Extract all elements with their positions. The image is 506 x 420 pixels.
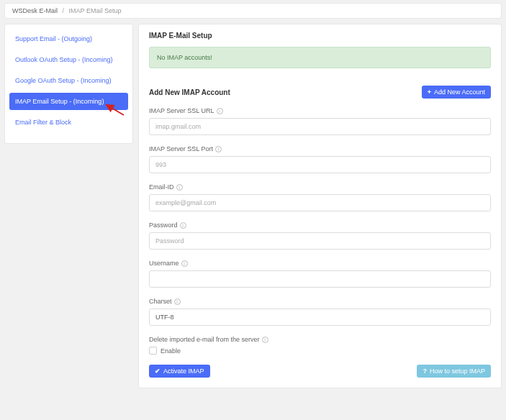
field-ssl-port: IMAP Server SSL Port i xyxy=(149,145,491,173)
input-email[interactable] xyxy=(149,194,491,211)
add-new-account-label: Add New Account xyxy=(434,88,485,96)
input-username[interactable] xyxy=(149,270,491,288)
sidebar-item-imap-setup[interactable]: IMAP Email Setup - (Incoming) xyxy=(9,93,128,110)
page-title: IMAP E-Mail Setup xyxy=(149,32,491,40)
breadcrumb: WSDesk E-Mail / IMAP EMail Setup xyxy=(4,3,502,19)
label-delete-mail: Delete imported e-mail from the server xyxy=(149,336,260,343)
input-password[interactable] xyxy=(149,232,491,250)
sidebar-item-outlook-oauth[interactable]: Outlook OAuth Setup - (Incoming) xyxy=(9,51,128,68)
add-new-account-button[interactable]: + Add New Account xyxy=(422,86,491,99)
field-ssl-url: IMAP Server SSL URL i xyxy=(149,107,491,135)
check-icon: ✔ xyxy=(155,368,161,375)
info-icon[interactable]: i xyxy=(174,298,181,305)
input-ssl-url[interactable] xyxy=(149,118,491,135)
info-icon[interactable]: i xyxy=(181,260,188,267)
label-email: Email-ID xyxy=(149,183,174,191)
field-delete-mail: Delete imported e-mail from the server i… xyxy=(149,336,491,355)
input-ssl-port[interactable] xyxy=(149,156,491,173)
section-subheading: Add New IMAP Account xyxy=(149,88,230,96)
sidebar-item-email-filter[interactable]: Email Filter & Block xyxy=(9,114,128,131)
label-charset: Charset xyxy=(149,298,172,305)
field-username: Username i xyxy=(149,260,491,288)
checkbox-delete-mail[interactable] xyxy=(149,347,157,355)
field-password: Password i xyxy=(149,222,491,250)
info-icon[interactable]: i xyxy=(215,146,222,152)
field-charset: Charset i xyxy=(149,298,491,326)
label-password: Password xyxy=(149,222,178,229)
question-icon: ? xyxy=(423,368,427,375)
label-ssl-port: IMAP Server SSL Port xyxy=(149,145,213,152)
info-icon[interactable]: i xyxy=(262,337,268,343)
breadcrumb-current: IMAP EMail Setup xyxy=(69,7,122,14)
sidebar-item-support-email[interactable]: Support Email - (Outgoing) xyxy=(9,30,128,47)
how-to-setup-label: How to setup IMAP xyxy=(430,368,485,375)
label-ssl-url: IMAP Server SSL URL xyxy=(149,107,214,114)
breadcrumb-separator: / xyxy=(63,7,65,14)
sidebar-item-google-oauth[interactable]: Google OAuth Setup - (Incoming) xyxy=(9,72,128,89)
input-charset[interactable] xyxy=(149,309,491,326)
alert-no-accounts: No IMAP accounts! xyxy=(149,47,491,68)
activate-imap-label: Activate IMAP xyxy=(163,368,204,375)
label-username: Username xyxy=(149,260,179,267)
checkbox-delete-mail-label[interactable]: Enable xyxy=(161,347,181,355)
info-icon[interactable]: i xyxy=(217,108,223,114)
breadcrumb-root[interactable]: WSDesk E-Mail xyxy=(12,7,58,14)
sidebar: Support Email - (Outgoing) Outlook OAuth… xyxy=(4,24,133,144)
info-icon[interactable]: i xyxy=(180,222,186,229)
main-panel: IMAP E-Mail Setup No IMAP accounts! Add … xyxy=(138,24,502,388)
field-email: Email-ID i xyxy=(149,183,491,211)
info-icon[interactable]: i xyxy=(176,184,183,191)
plus-icon: + xyxy=(428,89,431,96)
activate-imap-button[interactable]: ✔ Activate IMAP xyxy=(149,365,210,378)
how-to-setup-button[interactable]: ? How to setup IMAP xyxy=(417,365,491,378)
